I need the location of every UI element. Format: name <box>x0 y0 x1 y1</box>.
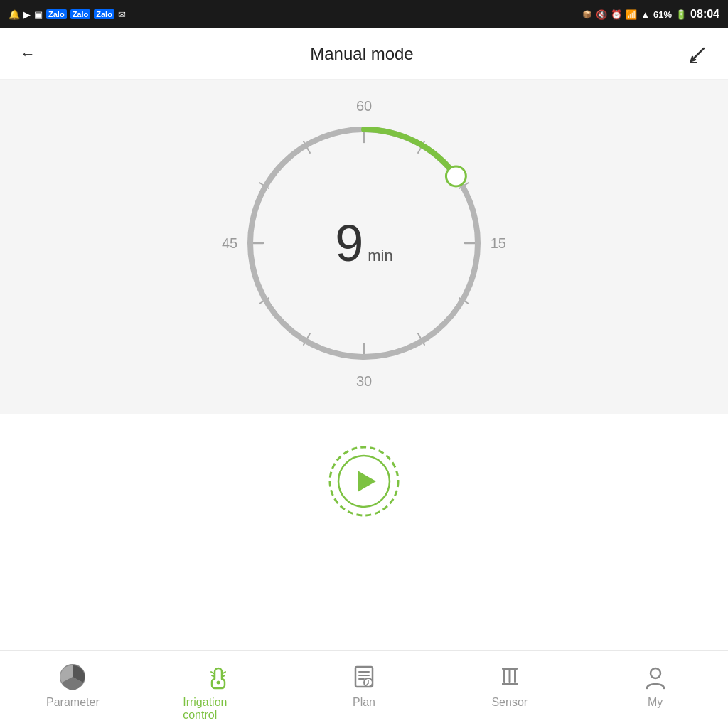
nav-item-my[interactable]: My <box>620 662 691 709</box>
email-icon: ✉ <box>118 9 126 20</box>
my-icon <box>641 662 670 692</box>
nav-item-sensor[interactable]: Sensor <box>474 662 545 709</box>
alarm-icon: ⏰ <box>611 9 622 20</box>
header: ← Manual mode <box>0 28 728 80</box>
svg-point-17 <box>446 166 466 186</box>
edit-icon <box>688 44 708 64</box>
status-icons-right: 📦 🔇 ⏰ 📶 ▲ 61% 🔋 08:04 <box>582 8 719 21</box>
play-button[interactable] <box>325 442 403 520</box>
edit-button[interactable] <box>688 44 708 64</box>
nav-label-sensor: Sensor <box>491 696 528 709</box>
dial-container[interactable]: 60 30 15 45 <box>215 94 513 392</box>
svg-rect-30 <box>502 682 518 685</box>
youtube-icon: ▶ <box>23 9 31 20</box>
svg-rect-34 <box>514 670 516 682</box>
nav-item-plan[interactable]: Plan <box>328 662 400 709</box>
timer-section: 60 30 15 45 <box>0 80 728 414</box>
battery-icon: 🔋 <box>675 9 687 20</box>
time-display: 08:04 <box>690 8 719 21</box>
zalo-icon-2: Zalo <box>70 9 91 19</box>
svg-rect-33 <box>508 670 510 682</box>
notification-icon: 🔔 <box>9 9 20 20</box>
nav-label-my: My <box>648 696 663 709</box>
file-icon: ▣ <box>34 9 43 20</box>
status-icons-left: 🔔 ▶ ▣ Zalo Zalo Zalo ✉ <box>9 9 126 20</box>
svg-point-22 <box>217 681 220 685</box>
parameter-icon <box>58 662 87 692</box>
battery-percent: 61% <box>653 9 672 20</box>
sensor-icon <box>495 662 525 692</box>
bottom-nav: Parameter Irrigation control <box>0 650 728 728</box>
plan-icon <box>349 662 379 692</box>
zalo-icon-3: Zalo <box>94 9 114 19</box>
signal-icon: ▲ <box>641 9 650 20</box>
nav-item-irrigation-control[interactable]: Irrigation control <box>183 662 254 722</box>
nav-item-parameter[interactable]: Parameter <box>37 662 108 709</box>
sim-icon: 📦 <box>582 10 592 19</box>
svg-rect-32 <box>503 670 505 682</box>
svg-line-0 <box>691 48 704 61</box>
svg-rect-31 <box>502 668 518 670</box>
nav-label-irrigation-control: Irrigation control <box>183 696 254 722</box>
irrigation-control-icon <box>203 662 233 692</box>
back-button[interactable]: ← <box>20 45 36 63</box>
dial-unit: min <box>368 247 392 265</box>
svg-point-35 <box>651 668 660 678</box>
mute-icon: 🔇 <box>596 9 607 20</box>
wifi-icon: 📶 <box>626 9 637 20</box>
status-bar: 🔔 ▶ ▣ Zalo Zalo Zalo ✉ 📦 🔇 ⏰ 📶 ▲ 61% 🔋 0… <box>0 0 728 28</box>
nav-label-parameter: Parameter <box>46 696 100 709</box>
dial-value: 9 <box>335 218 363 269</box>
page-title: Manual mode <box>310 44 413 64</box>
nav-label-plan: Plan <box>353 696 375 709</box>
play-button-svg <box>325 442 403 520</box>
play-section <box>0 414 728 542</box>
dial-center: 9 min <box>335 218 393 269</box>
zalo-icon-1: Zalo <box>46 9 67 19</box>
